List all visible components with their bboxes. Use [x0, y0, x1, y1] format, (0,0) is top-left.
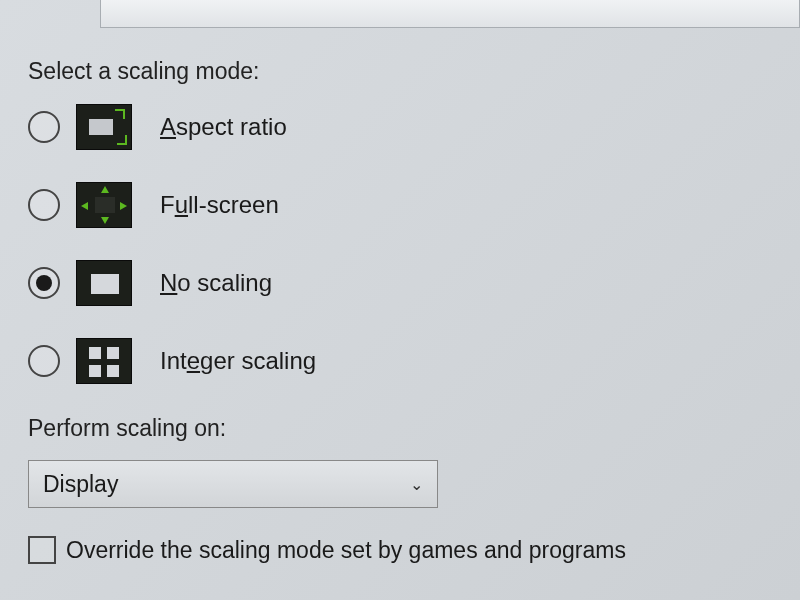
override-scaling-row[interactable]: Override the scaling mode set by games a… — [28, 536, 800, 564]
full-screen-icon — [76, 182, 132, 228]
radio-integer-scaling[interactable] — [28, 345, 60, 377]
perform-scaling-heading: Perform scaling on: — [28, 415, 800, 442]
scaling-mode-heading: Select a scaling mode: — [28, 58, 800, 85]
option-label-none: No scaling — [160, 269, 272, 297]
option-label-full: Full-screen — [160, 191, 279, 219]
override-checkbox[interactable] — [28, 536, 56, 564]
option-label-integer: Integer scaling — [160, 347, 316, 375]
top-panel-strip — [100, 0, 800, 28]
radio-aspect-ratio[interactable] — [28, 111, 60, 143]
radio-no-scaling[interactable] — [28, 267, 60, 299]
no-scaling-icon — [76, 260, 132, 306]
override-label: Override the scaling mode set by games a… — [66, 537, 626, 564]
chevron-down-icon: ⌄ — [410, 475, 423, 494]
aspect-ratio-icon — [76, 104, 132, 150]
option-integer-scaling[interactable]: Integer scaling — [28, 337, 800, 385]
option-full-screen[interactable]: Full-screen — [28, 181, 800, 229]
radio-full-screen[interactable] — [28, 189, 60, 221]
perform-scaling-dropdown[interactable]: Display ⌄ — [28, 460, 438, 508]
option-label-aspect: Aspect ratio — [160, 113, 287, 141]
integer-scaling-icon — [76, 338, 132, 384]
dropdown-selected-value: Display — [43, 471, 118, 498]
option-aspect-ratio[interactable]: Aspect ratio — [28, 103, 800, 151]
option-no-scaling[interactable]: No scaling — [28, 259, 800, 307]
